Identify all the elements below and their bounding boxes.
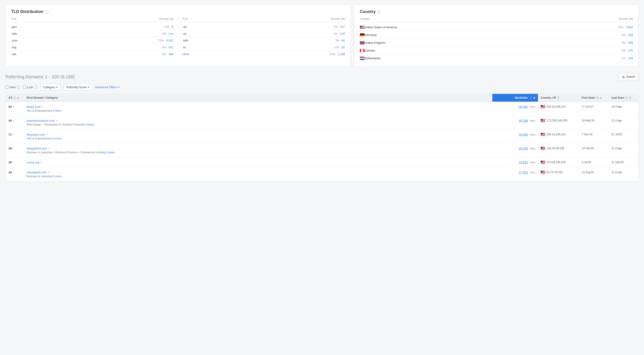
- external-link-icon: ↗: [42, 105, 44, 108]
- backlinks-info-icon[interactable]: i: [529, 96, 532, 99]
- svg-rect-30: [541, 121, 545, 121]
- svg-rect-33: [541, 119, 542, 121]
- tld-count-link[interactable]: 6,561: [166, 39, 174, 42]
- view-backlinks-link[interactable]: view: [530, 147, 535, 150]
- backlinks-sort-icon[interactable]: [534, 97, 535, 99]
- tld-count-link[interactable]: 82: [342, 45, 345, 49]
- tld-count-link[interactable]: 309: [168, 52, 174, 56]
- as-expand-icon[interactable]: ▾: [12, 119, 14, 122]
- view-backlinks-link[interactable]: view: [530, 105, 535, 108]
- view-backlinks-link[interactable]: view: [530, 161, 535, 164]
- tld-name: .gov: [11, 25, 22, 28]
- tld-count-link[interactable]: 147: [340, 25, 345, 28]
- tld-count-link[interactable]: 116: [340, 32, 345, 35]
- tld-row: .net 3% 309: [11, 51, 174, 57]
- tld-pct: <1%: [164, 25, 170, 28]
- country-card: Country i Country Domain (N) United Stat…: [354, 4, 638, 67]
- view-backlinks-link[interactable]: view: [530, 133, 535, 136]
- export-button[interactable]: Export: [618, 73, 638, 80]
- svg-rect-55: [541, 163, 545, 163]
- domain-category: Arts & Entertainment 9 more: [27, 137, 490, 140]
- domain-category: Business & Industrial > Business Finance…: [27, 151, 490, 154]
- as-expand-icon[interactable]: ▾: [12, 171, 14, 174]
- tld-right: 13% 1,228: [330, 52, 345, 56]
- domain-link[interactable]: libsyn.com ↗: [27, 105, 490, 108]
- external-link-icon: ↗: [46, 133, 48, 136]
- td-domain: fastupfront.com ↗ Business & Industrial …: [24, 147, 492, 154]
- domain-link[interactable]: libsynpro.com ↗: [27, 133, 490, 136]
- tld-pct: 1%: [335, 39, 339, 42]
- last-seen-info-icon[interactable]: i: [625, 96, 628, 99]
- backlinks-count-link[interactable]: 17,823: [519, 171, 528, 174]
- de-flag-icon: [360, 33, 364, 37]
- country-count-link[interactable]: 299: [628, 33, 633, 37]
- new-checkbox-input[interactable]: [6, 86, 8, 89]
- tld-count-link[interactable]: 531: [168, 45, 174, 49]
- tld-name[interactable]: other: [183, 52, 194, 56]
- referring-section-header: Referring Domains 1 - 100 (9,188) Export: [6, 73, 638, 80]
- lost-checkbox-input[interactable]: [23, 86, 26, 89]
- category-more-link[interactable]: 9 more: [86, 123, 94, 126]
- country-count-link[interactable]: 259: [628, 41, 633, 44]
- svg-rect-56: [541, 163, 545, 164]
- table-row: 45 ▾ baytreesolutions.com ↗ Real Estate …: [6, 116, 638, 130]
- domain-link[interactable]: fastupfront.com ↗: [27, 147, 490, 150]
- as-expand-icon[interactable]: ▾: [12, 133, 14, 136]
- domain-link[interactable]: baytreesolutions.com ↗: [27, 119, 490, 122]
- td-country: 23.229.194.226: [538, 161, 579, 164]
- referring-title: Referring Domains 1 - 100 (9,188): [6, 74, 75, 80]
- tld-count-link[interactable]: 6: [172, 25, 173, 28]
- backlinks-count-link[interactable]: 24,329: [519, 147, 528, 150]
- first-seen-info-icon[interactable]: i: [596, 96, 599, 99]
- category-more-link[interactable]: 9 more: [53, 175, 61, 178]
- td-domain: mandasoft.com ↗ Business & Industrial 9 …: [24, 171, 492, 178]
- category-filter-button[interactable]: Category ▾: [40, 84, 61, 90]
- as-expand-icon[interactable]: ▾: [12, 105, 14, 108]
- category-more-link[interactable]: 9 more: [106, 151, 114, 154]
- view-backlinks-link[interactable]: view: [530, 119, 535, 122]
- td-first-seen: 4 Jul'20: [579, 161, 609, 164]
- us-flag-icon: [541, 133, 545, 136]
- ip-address: 23.229.194.226: [546, 161, 566, 164]
- country-th-info-icon[interactable]: i: [557, 96, 560, 99]
- tld-right: 1% 94: [335, 39, 345, 42]
- advanced-filters-button[interactable]: Advanced Filters ▾: [95, 85, 120, 89]
- tld-pct: 2%: [334, 25, 338, 28]
- td-first-seen: 14 Feb'19: [579, 147, 609, 150]
- country-count-link[interactable]: 139: [628, 56, 633, 60]
- country-count-link[interactable]: 7,650: [625, 25, 633, 29]
- as-sort-icon[interactable]: [17, 97, 19, 99]
- backlinks-count-link[interactable]: 25,258: [519, 119, 528, 122]
- as-info-icon[interactable]: i: [13, 96, 16, 99]
- th-domain: Root Domain / Category: [24, 96, 492, 99]
- tld-count-link[interactable]: 1,228: [337, 52, 345, 56]
- svg-rect-32: [541, 122, 545, 122]
- as-expand-icon[interactable]: ▾: [12, 147, 14, 150]
- ip-address: 64.72.78.165: [546, 171, 562, 174]
- us-flag-icon: [541, 119, 545, 122]
- view-backlinks-link[interactable]: view: [530, 171, 535, 174]
- first-seen-sort-icon[interactable]: [600, 97, 602, 99]
- svg-rect-10: [360, 35, 364, 37]
- new-filter-checkbox[interactable]: New i: [6, 85, 20, 89]
- country-card-title: Country i: [360, 9, 633, 14]
- category-more-link[interactable]: 9 more: [53, 137, 61, 140]
- backlinks-count-link[interactable]: 24,650: [519, 133, 528, 136]
- tld-count-link[interactable]: 114: [168, 32, 174, 35]
- new-info-icon[interactable]: i: [17, 85, 20, 89]
- country-count-link[interactable]: 170: [628, 49, 633, 52]
- country-info-icon[interactable]: i: [377, 10, 380, 14]
- category-more-link[interactable]: 9 more: [53, 109, 61, 112]
- authority-score-filter-button[interactable]: Authority Score ▾: [64, 84, 92, 90]
- tld-info-icon[interactable]: i: [45, 10, 48, 14]
- domain-link[interactable]: mandasoft.com ↗: [27, 171, 490, 174]
- lost-info-icon[interactable]: i: [34, 85, 38, 89]
- td-domain: 1sexy.org ↗: [24, 161, 492, 164]
- last-seen-sort-icon[interactable]: [629, 97, 631, 99]
- domain-link[interactable]: 1sexy.org ↗: [27, 161, 490, 164]
- backlinks-count-link[interactable]: 23,615: [519, 161, 528, 164]
- tld-count-link[interactable]: 94: [342, 39, 345, 42]
- backlinks-count-link[interactable]: 29,081: [519, 105, 528, 108]
- as-expand-icon[interactable]: ▾: [12, 161, 14, 164]
- lost-filter-checkbox[interactable]: Lost i: [23, 85, 38, 89]
